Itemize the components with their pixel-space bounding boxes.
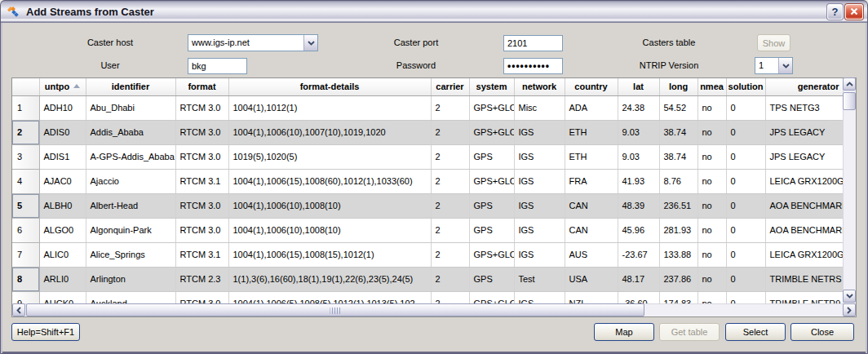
table-cell[interactable]: Test: [514, 267, 565, 291]
table-cell[interactable]: TRIMBLE NETRS: [765, 267, 843, 291]
select-button[interactable]: Select: [725, 323, 786, 341]
table-cell[interactable]: IGS: [514, 218, 565, 242]
table-cell[interactable]: 0: [726, 267, 765, 291]
table-row[interactable]: 3ADIS1A-GPS-Addis_AbabaRTCM 3.01019(5),1…: [12, 144, 843, 169]
table-cell[interactable]: ADIS0: [39, 120, 86, 144]
column-header-format[interactable]: format: [175, 78, 228, 95]
row-number[interactable]: 4: [12, 169, 39, 193]
table-cell[interactable]: 174.83: [659, 291, 698, 303]
column-header-lat[interactable]: lat: [618, 78, 659, 95]
chevron-down-icon[interactable]: [303, 35, 317, 51]
user-input[interactable]: bkg: [188, 58, 247, 74]
horizontal-scrollbar[interactable]: [12, 303, 856, 316]
table-cell[interactable]: 236.51: [659, 193, 698, 218]
table-cell[interactable]: GPS+GLO: [469, 95, 514, 120]
table-cell[interactable]: no: [698, 120, 726, 144]
table-cell[interactable]: 2: [431, 120, 469, 144]
column-header-carrier[interactable]: carrier: [431, 78, 469, 95]
table-cell[interactable]: Alice_Springs: [86, 242, 175, 267]
table-cell[interactable]: ETH: [565, 120, 618, 144]
table-cell[interactable]: 1004(1),1012(1): [228, 95, 431, 120]
row-number[interactable]: 7: [12, 242, 39, 267]
table-cell[interactable]: 0: [726, 291, 765, 303]
table-cell[interactable]: 1004(1),1006(10),1008(10): [228, 193, 431, 218]
show-button[interactable]: Show: [757, 34, 790, 51]
table-row[interactable]: 9AUCK0AucklandRTCM 3.01004(1),1006(5),10…: [12, 291, 843, 303]
table-cell[interactable]: 2: [431, 291, 469, 303]
table-cell[interactable]: RTCM 3.0: [175, 291, 228, 303]
table-cell[interactable]: LEICA GRX1200GG: [765, 242, 843, 267]
close-button[interactable]: Close: [790, 323, 854, 341]
column-header-generator[interactable]: generator: [765, 78, 843, 95]
table-cell[interactable]: 45.96: [618, 218, 659, 242]
table-cell[interactable]: ADH10: [39, 95, 86, 120]
table-cell[interactable]: NZL: [565, 291, 618, 303]
table-cell[interactable]: GPS+GLO: [469, 120, 514, 144]
get-table-button[interactable]: Get table: [659, 323, 720, 341]
table-cell[interactable]: no: [698, 291, 726, 303]
table-cell[interactable]: 2: [431, 95, 469, 120]
table-cell[interactable]: AJAC0: [39, 169, 86, 193]
table-cell[interactable]: ADA: [565, 95, 618, 120]
table-cell[interactable]: 38.74: [659, 144, 698, 169]
column-header-identifier[interactable]: identifier: [86, 78, 175, 95]
table-cell[interactable]: 281.93: [659, 218, 698, 242]
table-cell[interactable]: CAN: [565, 218, 618, 242]
table-cell[interactable]: 0: [726, 144, 765, 169]
table-cell[interactable]: ALIC0: [39, 242, 86, 267]
table-cell[interactable]: TPS NETG3: [765, 95, 843, 120]
table-cell[interactable]: 1004(1),1006(15),1008(60),1012(1),1033(6…: [228, 169, 431, 193]
row-number[interactable]: 3: [12, 144, 39, 169]
table-cell[interactable]: GPS+GLO: [469, 242, 514, 267]
table-cell[interactable]: 2: [431, 242, 469, 267]
table-cell[interactable]: 1(1),3(6),16(60),18(1),19(1),22(6),23(5)…: [228, 267, 431, 291]
table-cell[interactable]: LEICA GRX1200GG: [765, 169, 843, 193]
table-cell[interactable]: no: [698, 144, 726, 169]
table-cell[interactable]: 38.74: [659, 120, 698, 144]
table-cell[interactable]: 9.03: [618, 120, 659, 144]
table-cell[interactable]: Ajaccio: [86, 169, 175, 193]
map-button[interactable]: Map: [594, 323, 654, 341]
column-header-nmea[interactable]: nmea: [698, 78, 726, 95]
table-cell[interactable]: CAN: [565, 193, 618, 218]
scroll-up-button[interactable]: [843, 77, 856, 91]
table-cell[interactable]: A-GPS-Addis_Ababa: [86, 144, 175, 169]
table-cell[interactable]: -23.67: [618, 242, 659, 267]
table-row[interactable]: 6ALGO0Algonquin-ParkRTCM 3.01004(1),1006…: [12, 218, 843, 242]
table-cell[interactable]: RTCM 3.1: [175, 169, 228, 193]
titlebar-close-button[interactable]: [845, 4, 863, 20]
table-cell[interactable]: 48.39: [618, 193, 659, 218]
table-cell[interactable]: 1004(1),1006(15),1008(15),1012(1): [228, 242, 431, 267]
table-cell[interactable]: IGS: [514, 120, 565, 144]
table-cell[interactable]: IGS: [514, 242, 565, 267]
row-number[interactable]: 8: [12, 267, 39, 291]
table-cell[interactable]: -36.60: [618, 291, 659, 303]
table-cell[interactable]: GPS: [469, 267, 514, 291]
table-cell[interactable]: Algonquin-Park: [86, 218, 175, 242]
chevron-down-icon[interactable]: [778, 58, 792, 73]
table-cell[interactable]: IGS: [514, 291, 565, 303]
table-cell[interactable]: AUCK0: [39, 291, 86, 303]
caster-port-input[interactable]: 2101: [503, 35, 563, 51]
row-number[interactable]: 9: [12, 291, 39, 303]
row-number[interactable]: 2: [12, 120, 39, 144]
table-cell[interactable]: GPS: [469, 193, 514, 218]
table-cell[interactable]: 8.76: [659, 169, 698, 193]
table-cell[interactable]: Addis_Ababa: [86, 120, 175, 144]
titlebar-help-button[interactable]: ?: [827, 4, 843, 20]
table-cell[interactable]: 1004(1),1006(10),1007(10),1019,1020: [228, 120, 431, 144]
vertical-scroll-thumb[interactable]: [843, 92, 856, 110]
table-cell[interactable]: 2: [431, 193, 469, 218]
table-cell[interactable]: RTCM 3.0: [175, 144, 228, 169]
table-cell[interactable]: RTCM 2.3: [175, 267, 228, 291]
scroll-left-button[interactable]: [12, 303, 25, 316]
table-cell[interactable]: RTCM 3.1: [175, 242, 228, 267]
row-number[interactable]: 5: [12, 193, 39, 218]
table-cell[interactable]: AUS: [565, 242, 618, 267]
table-cell[interactable]: 133.88: [659, 242, 698, 267]
table-cell[interactable]: 0: [726, 120, 765, 144]
table-cell[interactable]: RTCM 3.0: [175, 193, 228, 218]
table-cell[interactable]: 0: [726, 169, 765, 193]
table-cell[interactable]: 9.03: [618, 144, 659, 169]
column-header-country[interactable]: country: [565, 78, 618, 95]
